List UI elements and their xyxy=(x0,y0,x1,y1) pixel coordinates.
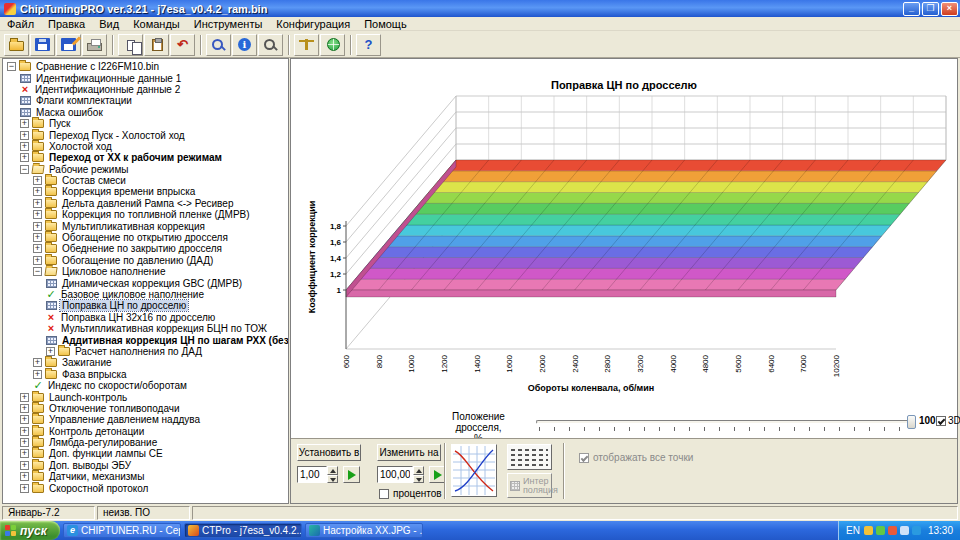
maximize-button[interactable]: ❐ xyxy=(922,2,939,16)
tree-item-label[interactable]: Идентификационные данные 2 xyxy=(33,84,182,95)
tree-item-label[interactable]: Датчики, механизмы xyxy=(47,471,146,482)
minimize-button[interactable]: _ xyxy=(903,2,920,16)
tree-item-label[interactable]: Зажигание xyxy=(60,357,114,368)
taskbar-task[interactable]: Настройка ХХ.JPG - ... xyxy=(305,523,423,538)
tray-icon-4[interactable] xyxy=(900,526,909,535)
tree-item-label[interactable]: Идентификационные данные 1 xyxy=(34,73,183,84)
tree-item-label[interactable]: Маска ошибок xyxy=(34,107,105,118)
tree-expander[interactable]: + xyxy=(20,142,29,151)
tree-expander[interactable]: + xyxy=(33,210,42,219)
tree-item[interactable]: +Обеднение по закрытию дросселя xyxy=(3,243,288,254)
tree-item[interactable]: Флаги комплектации xyxy=(3,95,288,106)
tree-item[interactable]: +Переход Пуск - Холостой ход xyxy=(3,129,288,140)
menu-item-1[interactable]: Файл xyxy=(0,17,41,30)
tree-item-label[interactable]: Доп. выводы ЭБУ xyxy=(47,460,133,471)
menu-item-3[interactable]: Вид xyxy=(92,17,126,30)
tree-item[interactable]: Маска ошибок xyxy=(3,107,288,118)
tree-item-label[interactable]: Launch-контроль xyxy=(47,392,129,403)
tray-icon-2[interactable] xyxy=(876,526,885,535)
tray-icon-1[interactable] xyxy=(864,526,873,535)
slider-thumb[interactable] xyxy=(907,415,916,429)
clock[interactable]: 13:30 xyxy=(928,525,953,536)
tree-item[interactable]: +Управление давлением наддува xyxy=(3,414,288,425)
tree-expander[interactable]: + xyxy=(33,233,42,242)
tree-item[interactable]: +Датчики, механизмы xyxy=(3,471,288,482)
scales-button[interactable] xyxy=(294,34,319,56)
menu-item-5[interactable]: Инструменты xyxy=(187,17,270,30)
print-button[interactable] xyxy=(82,34,107,56)
tree-expander[interactable]: + xyxy=(20,415,29,424)
tree-expander[interactable]: + xyxy=(20,438,29,447)
tree-expander[interactable]: + xyxy=(33,187,42,196)
apply-set-button[interactable] xyxy=(343,466,360,483)
tree-expander[interactable]: + xyxy=(20,472,29,481)
tree-expander[interactable]: + xyxy=(20,119,29,128)
paste-button[interactable] xyxy=(144,34,169,56)
throttle-correction-surface-chart[interactable]: 11,21,41,61,8600800100012001400160020002… xyxy=(291,59,959,404)
tree-item-label[interactable]: Обогащение по давлению (ДАД) xyxy=(60,255,215,266)
tree-item-label[interactable]: Поправка ЦН по дросселю xyxy=(60,300,188,311)
spin-up-button[interactable] xyxy=(413,466,424,475)
zoom-button[interactable] xyxy=(206,34,231,56)
tree-item-label[interactable]: Отключение топливоподачи xyxy=(47,403,182,414)
tree-item[interactable]: +Переход от ХХ к рабочим режимам xyxy=(3,152,288,163)
tree-item[interactable]: +Доп. выводы ЭБУ xyxy=(3,460,288,471)
tree-item[interactable]: ×Мультипликативная коррекция БЦН по ТОЖ xyxy=(3,323,288,334)
tree-item[interactable]: ✓Индекс по скорости/оборотам xyxy=(3,380,288,391)
tree-expander[interactable]: + xyxy=(20,427,29,436)
tree-expander[interactable]: + xyxy=(20,153,29,162)
tree-item[interactable]: +Холостой ход xyxy=(3,141,288,152)
tree-item-label[interactable]: Флаги комплектации xyxy=(34,95,134,106)
menu-item-2[interactable]: Правка xyxy=(41,17,92,30)
tree-item-label[interactable]: Расчет наполнения по ДАД xyxy=(73,346,204,357)
tree-item-label[interactable]: Коррекция по топливной пленке (ДМРВ) xyxy=(60,209,252,220)
tree-expander[interactable]: − xyxy=(20,165,29,174)
percent-checkbox[interactable]: процентов xyxy=(379,488,442,499)
tray-icon-5[interactable] xyxy=(912,526,921,535)
tree-item[interactable]: ×Идентификационные данные 2 xyxy=(3,84,288,95)
menu-item-6[interactable]: Конфигурация xyxy=(269,17,357,30)
tree-item[interactable]: ✓Базовое цикловое наполнение xyxy=(3,289,288,300)
taskbar-task[interactable]: eCHIPTUNER.RU - Сер... xyxy=(63,523,181,538)
tree-item[interactable]: +Лямбда-регулирование xyxy=(3,437,288,448)
tree-expander[interactable]: + xyxy=(33,244,42,253)
tree-item[interactable]: +Отключение топливоподачи xyxy=(3,403,288,414)
globe-button[interactable] xyxy=(320,34,345,56)
tree-expander[interactable]: + xyxy=(33,358,42,367)
tree-item-label[interactable]: Цикловое наполнение xyxy=(60,266,168,277)
start-button[interactable]: пуск xyxy=(0,521,60,540)
tree-item-label[interactable]: Дельта давлений Рампа <-> Ресивер xyxy=(60,198,235,209)
tree-item[interactable]: −Сравнение с I226FM10.bin xyxy=(3,61,288,72)
spin-down-button[interactable] xyxy=(413,475,424,484)
taskbar-task[interactable]: CTPro - j7esa_v0.4.2... xyxy=(184,523,302,538)
tree-item[interactable]: +Фаза впрыска xyxy=(3,369,288,380)
points-table-button[interactable] xyxy=(507,444,552,470)
tree-item-label[interactable]: Аддитивная коррекция ЦН по шагам РХХ (бе… xyxy=(60,335,289,346)
tree-item-label[interactable]: Пуск xyxy=(47,118,72,129)
tree-item-label[interactable]: Индекс по скорости/оборотам xyxy=(46,380,189,391)
tree-item[interactable]: Аддитивная коррекция ЦН по шагам РХХ (бе… xyxy=(3,334,288,345)
app-icon[interactable] xyxy=(4,3,16,15)
tree-item-label[interactable]: Базовое цикловое наполнение xyxy=(59,289,206,300)
checkbox-icon[interactable] xyxy=(579,453,589,463)
search-button[interactable] xyxy=(258,34,283,56)
tree-item-label[interactable]: Рабочие режимы xyxy=(47,164,130,175)
tree-item-label[interactable]: Коррекция времени впрыска xyxy=(60,186,197,197)
mode-3d-checkbox[interactable]: 3D xyxy=(936,415,960,426)
tree-expander[interactable]: − xyxy=(7,62,16,71)
tree-item[interactable]: +Launch-контроль xyxy=(3,391,288,402)
show-all-points-checkbox[interactable]: отображать все точки xyxy=(579,452,693,463)
save-button[interactable] xyxy=(30,34,55,56)
set-to-button[interactable]: Установить в xyxy=(297,444,361,461)
slider-groove[interactable] xyxy=(536,420,916,424)
tree-expander[interactable]: + xyxy=(20,404,29,413)
tree-item-label[interactable]: Управление давлением наддува xyxy=(47,414,202,425)
tree-item[interactable]: +Пуск xyxy=(3,118,288,129)
tree-item[interactable]: +Коррекция по топливной пленке (ДМРВ) xyxy=(3,209,288,220)
tree-expander[interactable]: + xyxy=(33,222,42,231)
tree-item-label[interactable]: Контроль детонации xyxy=(47,426,146,437)
tree-item-label[interactable]: Мультипликативная коррекция xyxy=(60,221,207,232)
spin-up-button[interactable] xyxy=(327,466,338,475)
tree-expander[interactable]: + xyxy=(33,176,42,185)
tree-item[interactable]: −Цикловое наполнение xyxy=(3,266,288,277)
